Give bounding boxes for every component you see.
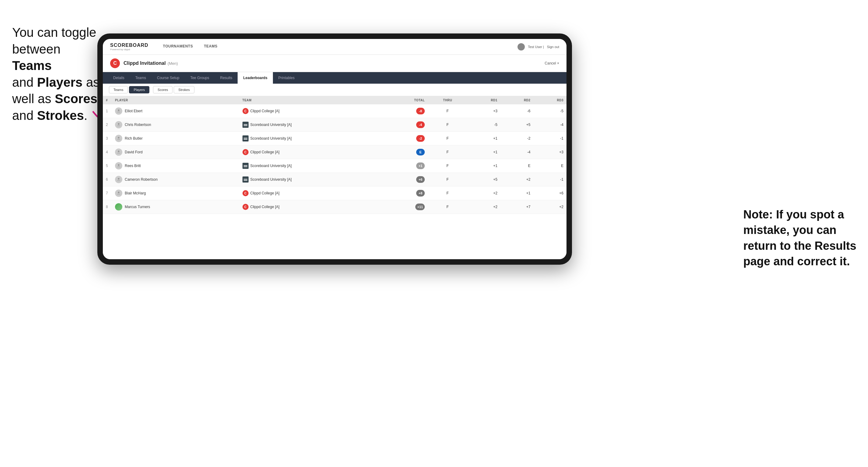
team-logo-clippd: C [243,204,249,210]
cell-rd3: +6 [533,186,566,200]
annotation-scores-bold: Scores [55,92,97,106]
cell-rank: 8 [103,200,112,214]
cell-total: +6 [384,173,428,186]
tab-printables[interactable]: Printables [273,72,300,84]
svg-point-4 [118,151,119,152]
cell-rd3: -1 [533,132,566,146]
cell-thru: F [428,200,467,214]
players-table: # PLAYER TEAM TOTAL THRU RD1 RD2 RD3 1El… [103,96,566,214]
team-name: Clippd College [A] [250,150,280,154]
cell-rd1: +3 [467,104,500,118]
cell-rd3: -4 [533,118,566,132]
cell-player: Rees Britt [112,159,240,173]
player-name: Rich Butler [125,136,143,141]
cell-total: +11 [384,200,428,214]
tournament-name: Clippd Invitational [124,61,166,66]
cell-rd1: +1 [467,159,500,173]
toggle-players[interactable]: Players [129,86,149,93]
cell-rd3: -5 [533,104,566,118]
col-rd3: RD3 [533,96,566,104]
cell-rank: 6 [103,173,112,186]
cell-thru: F [428,173,467,186]
cell-thru: F [428,186,467,200]
cell-rd3: -1 [533,173,566,186]
team-name: Scoreboard University [A] [250,164,292,168]
logo-subtitle: Powered by clippd [110,48,149,51]
toggle-teams[interactable]: Teams [109,86,128,93]
annotation-players-bold: Players [37,75,83,89]
team-logo-scoreboard [243,177,249,183]
cell-player: Elliot Ebert [112,104,240,118]
player-avatar [115,107,122,115]
annotation-teams-bold: Teams [12,58,52,73]
cell-team: Scoreboard University [A] [240,173,384,186]
cell-team: Scoreboard University [A] [240,159,384,173]
cell-thru: F [428,132,467,146]
cell-total: E [384,146,428,159]
team-logo-scoreboard [243,135,249,142]
user-avatar [518,43,525,51]
col-player: PLAYER [112,96,240,104]
table-row: 4David FordCClippd College [A]EF+1-4+3 [103,146,566,159]
cell-rd1: +1 [467,146,500,159]
cell-rd3: +3 [533,146,566,159]
tablet-screen: SCOREBOARD Powered by clippd TOURNAMENTS… [103,39,566,259]
player-avatar [115,121,122,128]
tab-tee-groups[interactable]: Tee Groups [185,72,215,84]
nav-right: Test User | Sign out [518,43,559,51]
col-rd1: RD1 [467,96,500,104]
cell-rd2: +5 [500,118,534,132]
player-name: Cameron Robertson [125,177,158,182]
table-row: 6Cameron RobertsonScoreboard University … [103,173,566,186]
cell-thru: F [428,146,467,159]
cell-rank: 7 [103,186,112,200]
toggle-scores[interactable]: Scores [153,86,173,93]
cell-rd1: +2 [467,200,500,214]
table-row: 3Rich ButlerScoreboard University [A]-2F… [103,132,566,146]
team-logo-clippd: C [243,190,249,196]
table-row: 8Marcus TurnersCClippd College [A]+11F+2… [103,200,566,214]
col-rd2: RD2 [500,96,534,104]
tab-details[interactable]: Details [108,72,130,84]
col-team: TEAM [240,96,384,104]
cell-team: CClippd College [A] [240,186,384,200]
team-logo-scoreboard [243,163,249,169]
nav-links: TOURNAMENTS TEAMS [158,39,518,55]
tablet-frame: SCOREBOARD Powered by clippd TOURNAMENTS… [97,33,572,265]
tab-course-setup[interactable]: Course Setup [152,72,185,84]
cancel-button[interactable]: Cancel × [545,61,559,65]
tab-results[interactable]: Results [215,72,238,84]
nav-teams[interactable]: TEAMS [198,39,223,55]
cell-rd2: -6 [500,104,534,118]
cell-rd1: +1 [467,132,500,146]
cell-player: Blair McHarg [112,186,240,200]
table-row: 2Chris RobertsonScoreboard University [A… [103,118,566,132]
cell-rd3: +2 [533,200,566,214]
cell-rd2: +2 [500,173,534,186]
cell-rd3: E [533,159,566,173]
cell-total: -2 [384,132,428,146]
tab-leaderboards[interactable]: Leaderboards [238,72,273,84]
user-label: Test User | [528,45,544,49]
left-annotation: You can toggle between Teams and Players… [12,24,100,124]
cell-rd1: +2 [467,186,500,200]
tab-teams[interactable]: Teams [130,72,152,84]
toggle-strokes[interactable]: Strokes [174,86,194,93]
tournament-logo: C [110,58,120,68]
cell-thru: F [428,159,467,173]
team-logo-scoreboard [243,122,249,128]
cell-player: Chris Robertson [112,118,240,132]
team-name: Clippd College [A] [250,205,280,209]
tournament-gender: (Men) [168,61,178,66]
right-annotation: Note: If you spot a mistake, you can ret… [743,207,859,269]
signout-link[interactable]: Sign out [547,45,559,49]
cell-team: CClippd College [A] [240,104,384,118]
cell-rd2: -2 [500,132,534,146]
cell-player: Marcus Turners [112,200,240,214]
cell-rd1: -5 [467,118,500,132]
cell-rank: 1 [103,104,112,118]
nav-tournaments[interactable]: TOURNAMENTS [158,39,199,55]
svg-point-5 [118,164,119,166]
col-total: TOTAL [384,96,428,104]
team-name: Clippd College [A] [250,191,280,195]
